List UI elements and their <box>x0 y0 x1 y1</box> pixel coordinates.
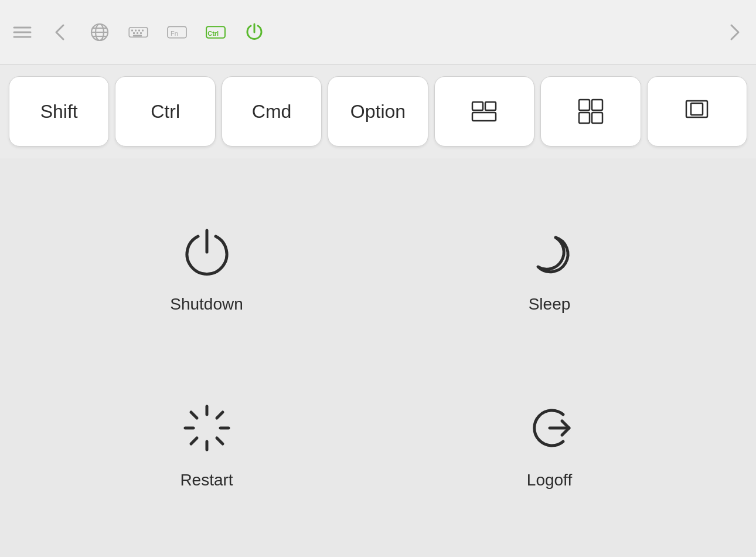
svg-line-45 <box>217 438 223 444</box>
svg-rect-19 <box>138 29 140 31</box>
fn-icon[interactable]: Fn <box>166 22 188 43</box>
svg-rect-36 <box>592 113 602 123</box>
main-content: Shutdown Sleep Restart <box>0 158 756 557</box>
svg-rect-30 <box>472 102 483 110</box>
svg-rect-24 <box>133 35 142 36</box>
svg-line-47 <box>191 438 197 444</box>
svg-rect-34 <box>592 100 602 110</box>
svg-text:Fn: Fn <box>171 29 178 36</box>
logoff-icon <box>523 402 576 457</box>
sleep-action[interactable]: Sleep <box>378 182 721 358</box>
chevron-left-icon[interactable] <box>50 22 71 43</box>
restart-icon <box>181 402 233 457</box>
chevron-right-icon[interactable] <box>723 22 744 43</box>
grid-key[interactable] <box>540 76 641 147</box>
sleep-label: Sleep <box>529 295 571 314</box>
menu-icon[interactable] <box>12 22 33 43</box>
restart-label: Restart <box>180 471 233 490</box>
svg-rect-20 <box>142 29 144 31</box>
svg-rect-31 <box>485 102 496 110</box>
svg-text:Ctrl: Ctrl <box>207 29 219 36</box>
sleep-icon <box>523 226 576 281</box>
restart-action[interactable]: Restart <box>35 358 378 534</box>
shift-key[interactable]: Shift <box>9 76 109 147</box>
keys-row: Shift Ctrl Cmd Option <box>0 64 756 158</box>
svg-rect-32 <box>472 113 496 121</box>
logoff-action[interactable]: Logoff <box>378 358 721 534</box>
svg-rect-21 <box>133 32 135 34</box>
ctrl-toolbar-icon[interactable]: Ctrl <box>205 22 226 43</box>
svg-rect-22 <box>137 32 138 34</box>
svg-rect-17 <box>131 29 133 31</box>
toolbar: Fn Ctrl <box>0 0 756 64</box>
ctrl-key[interactable]: Ctrl <box>115 76 215 147</box>
svg-rect-35 <box>579 113 590 123</box>
option-key[interactable]: Option <box>328 76 428 147</box>
logoff-label: Logoff <box>527 471 572 490</box>
svg-line-46 <box>217 412 223 418</box>
cmd-key[interactable]: Cmd <box>222 76 322 147</box>
shutdown-label: Shutdown <box>170 295 243 314</box>
shutdown-icon <box>181 226 233 281</box>
keyboard-icon[interactable] <box>128 22 149 43</box>
svg-rect-18 <box>135 29 137 31</box>
svg-rect-33 <box>579 100 590 110</box>
svg-line-44 <box>191 412 197 418</box>
mission-control-key[interactable] <box>434 76 534 147</box>
globe-icon[interactable] <box>89 22 110 43</box>
shutdown-action[interactable]: Shutdown <box>35 182 378 358</box>
svg-rect-23 <box>140 32 142 34</box>
power-toolbar-icon[interactable] <box>244 22 265 43</box>
desktop-key[interactable] <box>647 76 747 147</box>
svg-rect-38 <box>691 103 703 115</box>
